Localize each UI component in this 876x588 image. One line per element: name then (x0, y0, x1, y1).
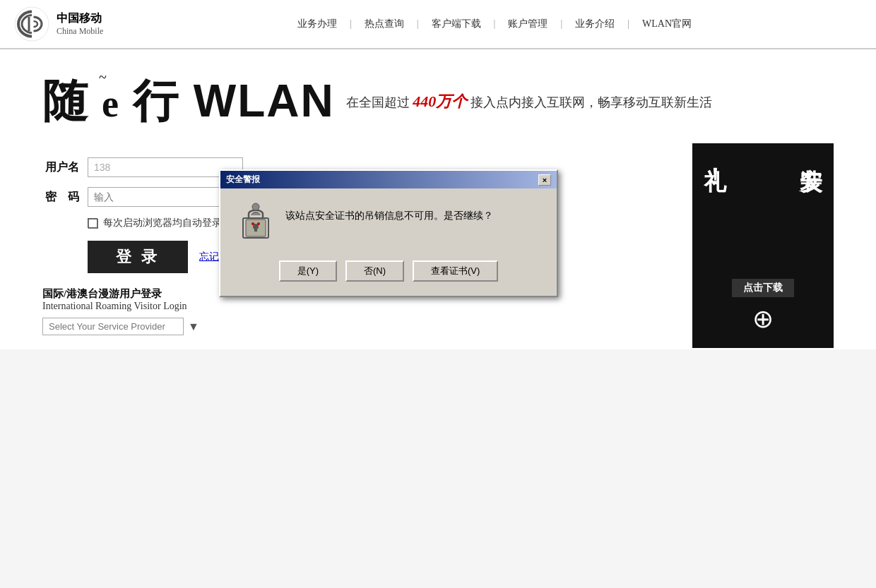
dialog-message: 该站点安全证书的吊销信息不可用。是否继续？ (285, 203, 493, 224)
security-dialog: 安全警报 × (219, 169, 558, 297)
dialog-view-cert-button[interactable]: 查看证书(V) (413, 260, 498, 282)
dialog-yes-button[interactable]: 是(Y) (279, 260, 337, 282)
dialog-title-text: 安全警报 (226, 174, 260, 186)
security-warning-icon (237, 203, 274, 239)
svg-point-8 (252, 203, 259, 210)
svg-rect-5 (254, 227, 257, 232)
dialog-no-button[interactable]: 否(N) (345, 260, 404, 282)
svg-point-7 (257, 222, 260, 225)
dialog-close-button[interactable]: × (538, 174, 551, 186)
dialog-overlay: 安全警报 × (0, 0, 876, 588)
svg-point-6 (251, 222, 254, 225)
security-icon-area (237, 203, 274, 239)
dialog-titlebar: 安全警报 × (220, 171, 557, 188)
dialog-buttons: 是(Y) 否(N) 查看证书(V) (220, 253, 557, 296)
dialog-body: 该站点安全证书的吊销信息不可用。是否继续？ (220, 188, 557, 253)
